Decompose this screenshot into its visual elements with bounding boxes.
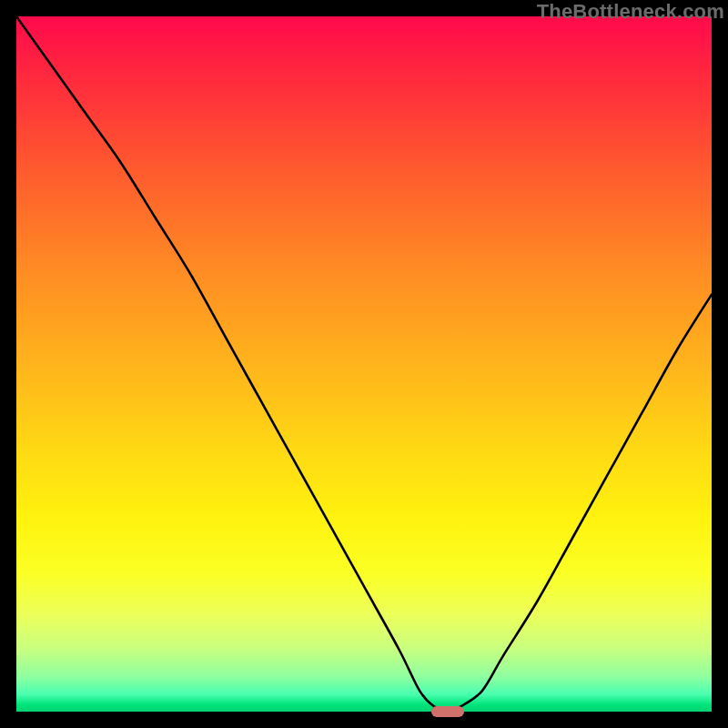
plot-area bbox=[16, 16, 712, 712]
bottleneck-curve bbox=[16, 16, 712, 712]
chart-container: TheBottleneck.com bbox=[0, 0, 728, 728]
watermark: TheBottleneck.com bbox=[537, 0, 724, 24]
curve-path bbox=[16, 16, 712, 712]
optimal-marker bbox=[431, 706, 464, 717]
